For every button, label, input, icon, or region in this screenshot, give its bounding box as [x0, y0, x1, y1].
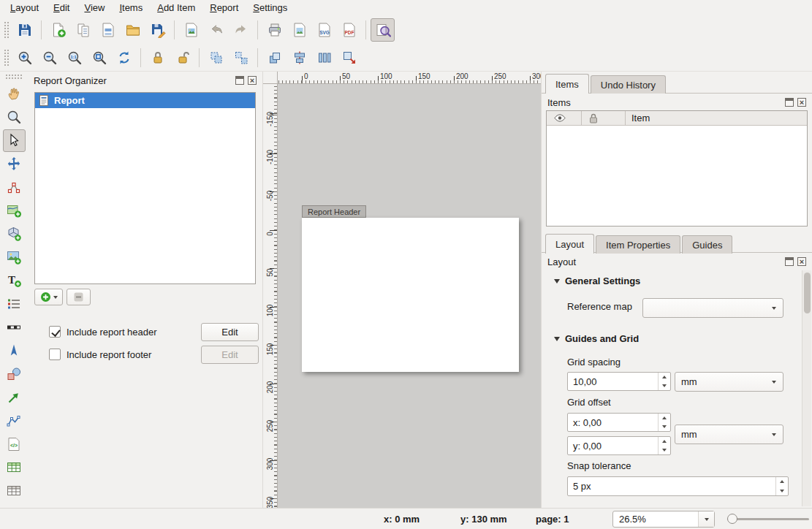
- spin-up-button[interactable]: [776, 477, 788, 487]
- add-north-arrow-button[interactable]: [3, 340, 26, 362]
- report-tree[interactable]: Report: [34, 92, 256, 284]
- scrollbar-thumb[interactable]: [804, 273, 811, 313]
- add-fixed-table-button[interactable]: [3, 480, 26, 503]
- redo-button[interactable]: [229, 18, 253, 42]
- group-items-button[interactable]: [204, 46, 228, 69]
- menu-edit[interactable]: Edit: [46, 1, 77, 15]
- new-report-button[interactable]: [46, 18, 70, 42]
- add-node-item-button[interactable]: [3, 410, 26, 433]
- grid-offset-x-spinbox[interactable]: x: 0,00: [567, 413, 671, 432]
- tree-item-report[interactable]: Report: [35, 93, 255, 108]
- export-svg-button[interactable]: SVG: [312, 18, 336, 42]
- add-arrow-button[interactable]: [3, 387, 26, 409]
- ungroup-items-button[interactable]: [229, 46, 253, 69]
- raise-items-button[interactable]: [262, 46, 287, 69]
- zoom-tool-button[interactable]: [3, 106, 26, 129]
- add-legend-button[interactable]: [3, 293, 26, 316]
- layout-canvas[interactable]: Report Header: [278, 84, 541, 508]
- edit-nodes-item-button[interactable]: [3, 176, 26, 199]
- tab-layout[interactable]: Layout: [545, 234, 594, 254]
- close-panel-icon[interactable]: ×: [797, 257, 806, 266]
- close-panel-icon[interactable]: ×: [797, 98, 806, 107]
- spin-up-button[interactable]: [659, 414, 670, 422]
- spin-down-button[interactable]: [659, 381, 670, 390]
- grid-offset-y-spinbox[interactable]: y: 0,00: [567, 436, 671, 455]
- visibility-column-header[interactable]: [547, 111, 582, 125]
- report-page[interactable]: [302, 218, 519, 372]
- edit-footer-button[interactable]: Edit: [201, 346, 259, 364]
- open-folder-button[interactable]: [121, 18, 145, 42]
- menu-view[interactable]: View: [77, 1, 112, 15]
- menu-items[interactable]: Items: [112, 1, 150, 15]
- toolbar-drag-handle[interactable]: [4, 49, 10, 66]
- export-raster-button[interactable]: [287, 18, 311, 42]
- preview-button[interactable]: [371, 18, 395, 42]
- grid-spacing-unit-select[interactable]: mm: [675, 372, 783, 392]
- zoom-in-button[interactable]: [12, 46, 37, 69]
- toolbar-drag-handle[interactable]: [5, 74, 23, 80]
- grid-spacing-spinbox[interactable]: 10,00: [567, 372, 671, 391]
- save-button[interactable]: [12, 18, 37, 42]
- add-section-button[interactable]: [34, 289, 63, 305]
- zoom-slider-handle[interactable]: [727, 514, 737, 524]
- add-picture-button[interactable]: [3, 246, 26, 269]
- float-panel-icon[interactable]: [785, 257, 794, 266]
- print-button[interactable]: [262, 18, 287, 42]
- zoom-slider[interactable]: [727, 518, 809, 520]
- add-attribute-table-button[interactable]: [3, 457, 26, 479]
- add-html-frame-button[interactable]: </>: [3, 433, 26, 456]
- select-move-item-button[interactable]: [3, 129, 26, 152]
- menu-add-item[interactable]: Add Item: [150, 1, 202, 15]
- remove-section-button[interactable]: [67, 289, 91, 305]
- chevron-down-icon[interactable]: [698, 511, 714, 527]
- spin-up-button[interactable]: [659, 373, 670, 381]
- tab-guides[interactable]: Guides: [682, 235, 732, 254]
- spin-down-button[interactable]: [776, 487, 788, 496]
- zoom-combobox[interactable]: 26.5%: [612, 511, 715, 528]
- toolbar-drag-handle[interactable]: [4, 21, 10, 39]
- items-table[interactable]: Item: [546, 110, 808, 227]
- add-scalebar-button[interactable]: [3, 316, 26, 339]
- align-items-button[interactable]: [287, 46, 311, 69]
- tab-items[interactable]: Items: [545, 74, 589, 94]
- add-3d-map-button[interactable]: [3, 223, 26, 246]
- snap-tolerance-spinbox[interactable]: 5 px: [567, 476, 789, 496]
- refresh-button[interactable]: [112, 46, 136, 69]
- pan-button[interactable]: [3, 83, 26, 105]
- general-settings-header[interactable]: General Settings: [554, 275, 640, 286]
- close-panel-icon[interactable]: ×: [248, 76, 257, 85]
- guides-and-grid-header[interactable]: Guides and Grid: [554, 333, 639, 344]
- report-header-tab[interactable]: Report Header: [302, 205, 366, 218]
- grid-offset-unit-select[interactable]: mm: [675, 425, 783, 444]
- export-image-button[interactable]: [179, 18, 203, 42]
- add-map-button[interactable]: [3, 199, 26, 222]
- duplicate-report-button[interactable]: [71, 18, 95, 42]
- report-manager-button[interactable]: [96, 18, 120, 42]
- float-panel-icon[interactable]: [235, 76, 244, 85]
- save-as-button[interactable]: [145, 18, 170, 42]
- spin-down-button[interactable]: [659, 446, 670, 454]
- tab-item-properties[interactable]: Item Properties: [596, 235, 680, 254]
- spin-up-button[interactable]: [659, 437, 670, 446]
- spin-down-button[interactable]: [659, 422, 670, 431]
- include-footer-checkbox[interactable]: [49, 349, 61, 360]
- lock-column-header[interactable]: [582, 111, 626, 125]
- distribute-items-button[interactable]: [312, 46, 336, 69]
- add-label-button[interactable]: T: [3, 270, 26, 292]
- edit-header-button[interactable]: Edit: [201, 323, 259, 341]
- export-pdf-button[interactable]: PDF: [337, 18, 361, 42]
- zoom-out-button[interactable]: [37, 46, 61, 69]
- float-panel-icon[interactable]: [785, 98, 794, 107]
- resize-items-button[interactable]: [337, 46, 361, 69]
- menu-report[interactable]: Report: [202, 1, 246, 15]
- add-shape-button[interactable]: [3, 363, 26, 386]
- tab-undo-history[interactable]: Undo History: [591, 75, 666, 94]
- move-item-content-button[interactable]: [3, 153, 26, 175]
- zoom-actual-button[interactable]: 1:1: [62, 46, 86, 69]
- menu-layout[interactable]: Layout: [3, 1, 46, 15]
- item-column-header[interactable]: Item: [626, 111, 807, 125]
- zoom-full-button[interactable]: [87, 46, 111, 69]
- lock-items-button[interactable]: [145, 46, 170, 69]
- undo-button[interactable]: [204, 18, 228, 42]
- menu-settings[interactable]: Settings: [246, 1, 295, 15]
